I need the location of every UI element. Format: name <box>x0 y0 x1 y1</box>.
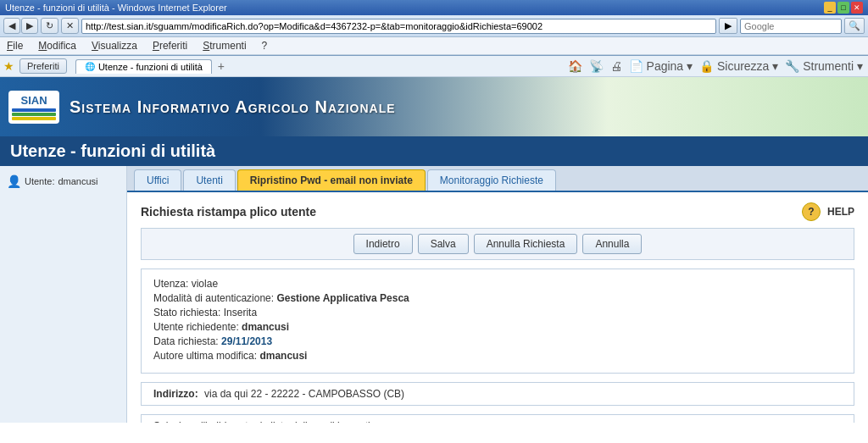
save-button[interactable]: Salva <box>418 234 469 254</box>
security-button[interactable]: 🔒 Sicurezza ▾ <box>698 58 780 75</box>
browser-chrome: ◀ ▶ ↻ ✕ ▶ 🔍 File Modifica Visualizza Pre… <box>0 15 868 56</box>
cancel-request-button[interactable]: Annulla Richiesta <box>474 234 578 254</box>
table-instruction: Seleziona l'indirizzo tra la lista delle… <box>142 415 854 423</box>
tab-icon: 🌐 <box>85 62 95 71</box>
browser-title: Utenze - funzioni di utilità - Windows I… <box>5 3 227 13</box>
sian-title: Sistema Informativo Agricolo Nazionale <box>70 97 396 117</box>
page-title: Utenze - funzioni di utilità <box>10 141 215 160</box>
address-section: Indirizzo: via da qui 22 - 22222 - CAMPO… <box>141 382 854 406</box>
utenza-value: violae <box>192 278 218 290</box>
table-section: Seleziona l'indirizzo tra la lista delle… <box>141 414 854 423</box>
tab-utenti[interactable]: Utenti <box>183 169 235 191</box>
tab-nav: Uffici Utenti Ripristino Pwd - email non… <box>127 166 868 192</box>
strip-yellow <box>12 117 56 120</box>
stop-button[interactable]: ✕ <box>61 18 79 34</box>
maximize-button[interactable]: □ <box>837 2 849 14</box>
tab-uffici[interactable]: Uffici <box>134 169 181 191</box>
menu-preferiti[interactable]: Preferiti <box>149 38 191 53</box>
menu-strumenti[interactable]: Strumenti <box>199 38 249 53</box>
info-utenza: Utenza: violae <box>153 278 842 290</box>
close-button[interactable]: ✕ <box>851 2 863 14</box>
info-stato: Stato richiesta: Inserita <box>153 307 842 318</box>
cancel-button[interactable]: Annulla <box>582 234 642 254</box>
strip-green <box>12 113 56 116</box>
sidebar-user: 👤 Utente: dmancusi <box>7 174 120 188</box>
utenza-label: Utenza: <box>153 278 188 290</box>
info-utente-rich: Utente richiedente: dmancusi <box>153 321 842 333</box>
browser-tab[interactable]: 🌐 Utenze - funzioni di utilità <box>75 59 212 74</box>
data-label: Data richiesta: <box>153 335 219 347</box>
new-tab-button[interactable]: + <box>214 59 228 73</box>
star-icon: ★ <box>3 59 14 73</box>
stato-value: Inserita <box>224 307 257 318</box>
window-controls: _ □ ✕ <box>824 2 863 14</box>
user-icon: 👤 <box>7 174 21 188</box>
toolbar-right: 🏠 📡 🖨 📄 Pagina ▾ 🔒 Sicurezza ▾ 🔧 Strumen… <box>566 58 865 75</box>
sian-header: SIAN Sistema Informativo Agricolo Nazion… <box>0 77 868 136</box>
home-button[interactable]: 🏠 <box>566 58 584 75</box>
help-label: HELP <box>827 206 854 218</box>
sian-logo: SIAN <box>8 91 59 124</box>
tab-utenti-label: Utenti <box>196 174 222 186</box>
tab-ripristino[interactable]: Ripristino Pwd - email non inviate <box>237 169 426 191</box>
user-name: dmancusi <box>58 176 97 186</box>
search-input[interactable] <box>740 19 842 34</box>
main-content: 👤 Utente: dmancusi Uffici Utenti Riprist… <box>0 166 868 423</box>
menu-file[interactable]: File <box>3 38 26 53</box>
back-action-button[interactable]: Indietro <box>353 234 413 254</box>
info-autore: Autore ultima modifica: dmancusi <box>153 350 842 362</box>
help-area: ? HELP <box>802 202 854 221</box>
bookmarks-bar: ★ Preferiti 🌐 Utenze - funzioni di utili… <box>0 56 868 77</box>
info-section: Utenza: violae Modalità di autenticazion… <box>141 269 854 374</box>
help-button[interactable]: ? <box>802 202 821 221</box>
autore-value: dmancusi <box>259 350 307 362</box>
address-value: via da qui 22 - 22222 - CAMPOBASSO (CB) <box>204 388 404 400</box>
strumenti-icon-button[interactable]: 🔧 Strumenti ▾ <box>783 58 865 75</box>
tab-uffici-label: Uffici <box>147 174 169 186</box>
data-value: 29/11/2013 <box>221 335 272 347</box>
tab-label: Utenze - funzioni di utilità <box>98 62 203 72</box>
section-header: Richiesta ristampa plico utente ? HELP <box>141 202 854 221</box>
modalita-value: Gestione Applicativa Pesca <box>276 292 409 304</box>
page-title-bar: Utenze - funzioni di utilità <box>0 136 868 166</box>
back-button[interactable]: ◀ <box>3 18 20 34</box>
title-bar: Utenze - funzioni di utilità - Windows I… <box>0 0 868 15</box>
modalita-label: Modalità di autenticazione: <box>153 292 274 304</box>
content-panel: Richiesta ristampa plico utente ? HELP I… <box>127 192 868 423</box>
rss-button[interactable]: 📡 <box>587 58 605 75</box>
tab-monitoraggio-label: Monitoraggio Richieste <box>440 174 543 186</box>
user-prefix: Utente: <box>25 176 54 186</box>
sian-logo-text: SIAN <box>20 94 47 107</box>
search-button[interactable]: 🔍 <box>844 18 865 34</box>
content-area: Uffici Utenti Ripristino Pwd - email non… <box>127 166 868 423</box>
menu-help[interactable]: ? <box>259 38 271 53</box>
menu-visualizza[interactable]: Visualizza <box>88 38 141 53</box>
stato-label: Stato richiesta: <box>153 307 220 318</box>
address-label: Indirizzo: <box>153 388 198 400</box>
menu-bar: File Modifica Visualizza Preferiti Strum… <box>0 37 868 55</box>
preferiti-button[interactable]: Preferiti <box>19 58 67 74</box>
refresh-button[interactable]: ↻ <box>41 18 58 34</box>
forward-button[interactable]: ▶ <box>21 18 38 34</box>
autore-label: Autore ultima modifica: <box>153 350 257 362</box>
preferiti-label: Preferiti <box>27 61 59 71</box>
page-wrapper: SIAN Sistema Informativo Agricolo Nazion… <box>0 77 868 423</box>
minimize-button[interactable]: _ <box>824 2 836 14</box>
action-bar: Indietro Salva Annulla Richiesta Annulla <box>141 228 854 260</box>
address-input[interactable] <box>81 19 716 34</box>
go-button[interactable]: ▶ <box>719 18 737 34</box>
nav-back-forward: ◀ ▶ <box>3 18 38 34</box>
sian-logo-strips <box>12 108 56 120</box>
address-bar <box>81 19 716 34</box>
utente-rich-value: dmancusi <box>242 321 289 333</box>
section-title-text: Richiesta ristampa plico utente <box>141 205 316 219</box>
utente-rich-label: Utente richiedente: <box>153 321 239 333</box>
tab-ripristino-label: Ripristino Pwd - email non inviate <box>250 174 413 186</box>
info-modalita: Modalità di autenticazione: Gestione App… <box>153 292 842 304</box>
tab-monitoraggio[interactable]: Monitoraggio Richieste <box>427 169 556 191</box>
nav-bar: ◀ ▶ ↻ ✕ ▶ 🔍 <box>0 15 868 37</box>
page-button[interactable]: 📄 Pagina ▾ <box>627 58 694 75</box>
menu-modifica[interactable]: Modifica <box>35 38 80 53</box>
print-button[interactable]: 🖨 <box>609 58 624 75</box>
strip-blue <box>12 108 56 112</box>
